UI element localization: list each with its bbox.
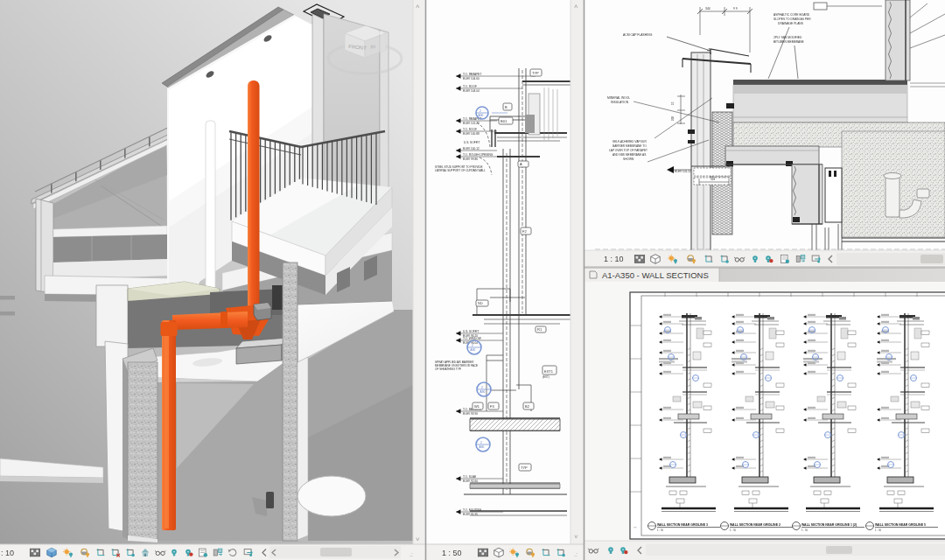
svg-text:˄: ˄ (574, 3, 578, 10)
svg-text:WALL SECTION NEAR GRIDLINE 3: WALL SECTION NEAR GRIDLINE 3 (657, 523, 708, 527)
svg-text:: 10: : 10 (1, 549, 14, 557)
svg-text:1 : 50: 1 : 50 (730, 528, 736, 532)
svg-text:B2: B2 (525, 404, 530, 409)
svg-text:T.O. FOOTING: T.O. FOOTING (463, 508, 482, 512)
svg-text:TYP: TYP (521, 466, 528, 470)
svg-text:U.S. SOFFIT: U.S. SOFFIT (463, 330, 479, 333)
svg-text:55: 55 (671, 102, 675, 105)
svg-text:F2: F2 (522, 229, 527, 234)
svg-text:SD: SD (478, 301, 483, 305)
svg-text:ELEV 101.22: ELEV 101.22 (463, 122, 480, 125)
svg-text:AND SBS MEMBRANE AS: AND SBS MEMBRANE AS (612, 153, 646, 157)
svg-text:DRAINAGE PLANS: DRAINAGE PLANS (778, 22, 804, 25)
svg-text:WALL SECTION NEAR GRIDLINE 2: WALL SECTION NEAR GRIDLINE 2 (730, 523, 780, 527)
svg-text:ELEV 101.22: ELEV 101.22 (675, 170, 691, 173)
svg-text:(EXT): (EXT) (542, 375, 550, 379)
svg-text:2: 2 (480, 441, 482, 444)
svg-text:ELEV 100.88: ELEV 100.88 (463, 132, 480, 136)
svg-text:F3: F3 (490, 404, 494, 409)
svg-text:U.S. SOFFIT: U.S. SOFFIT (464, 141, 480, 144)
svg-text:344: 344 (705, 7, 710, 10)
svg-text:WALL SECTION NEAR GRIDLINE 1 (: WALL SECTION NEAR GRIDLINE 1 (2) (802, 523, 857, 527)
svg-text:˅: ˅ (416, 536, 420, 543)
svg-text:1 : 10: 1 : 10 (604, 255, 624, 263)
svg-text:A90: A90 (471, 348, 476, 352)
svg-text:W1: W1 (474, 404, 480, 409)
svg-text:1 : 50: 1 : 50 (875, 528, 881, 532)
svg-text:BARRIER MEMBRANE TO: BARRIER MEMBRANE TO (612, 144, 647, 148)
svg-text:EXT1: EXT1 (544, 369, 554, 374)
svg-text:B01: B01 (500, 119, 508, 123)
svg-text:.:: .: (574, 551, 578, 557)
svg-text:2PLY SBS MODIFIED: 2PLY SBS MODIFIED (774, 36, 802, 39)
svg-text:OF SHEATHING TYP.: OF SHEATHING TYP. (435, 368, 461, 371)
svg-text:1 : 50: 1 : 50 (442, 549, 462, 557)
svg-text:T.O. ROOF: T.O. ROOF (463, 128, 477, 131)
svg-text:324: 324 (710, 178, 716, 181)
svg-text:ELEV 93.90: ELEV 93.90 (463, 412, 478, 416)
svg-text:ELEV 104.04: ELEV 104.04 (463, 89, 480, 93)
svg-text:TYP: TYP (532, 71, 539, 75)
svg-text:A90: A90 (480, 445, 485, 449)
svg-text:MINERAL WOOL: MINERAL WOOL (607, 96, 630, 100)
svg-text:WALL SECTION NEAR GRIDLINE 5: WALL SECTION NEAR GRIDLINE 5 (875, 523, 926, 527)
svg-text:2: 2 (481, 386, 483, 389)
svg-text:T.O. ROUGH OPENING: T.O. ROUGH OPENING (463, 153, 494, 157)
svg-text:1 : 50: 1 : 50 (802, 528, 808, 532)
svg-text:B: B (505, 105, 508, 109)
svg-text:˄: ˄ (416, 3, 420, 10)
svg-text:ACM CAP FLASHING: ACM CAP FLASHING (623, 33, 653, 37)
svg-text:A1-A350 - WALL SECTIONS: A1-A350 - WALL SECTIONS (602, 270, 709, 280)
svg-text:A90: A90 (480, 390, 486, 394)
svg-text:A90: A90 (479, 114, 484, 117)
svg-text:T.O. SLAB: T.O. SLAB (463, 475, 476, 479)
svg-text:ELEV 92.60: ELEV 92.60 (463, 480, 478, 483)
svg-text:R1: R1 (537, 327, 542, 332)
svg-text:T.O. ROOF: T.O. ROOF (463, 85, 477, 88)
svg-text:358: 358 (671, 116, 675, 121)
svg-text:9 9: 9 9 (733, 7, 738, 10)
svg-text:SLOPES TO DRAIN AS PER: SLOPES TO DRAIN AS PER (774, 18, 811, 21)
svg-text:SHOWN: SHOWN (623, 158, 634, 161)
svg-text:SELF-ADHERED VAPOUR: SELF-ADHERED VAPOUR (612, 140, 647, 144)
svg-text:˅: ˅ (574, 533, 578, 541)
svg-text:ELEV 100.12: ELEV 100.12 (463, 147, 480, 150)
svg-text:LATERAL SUPPORT OF CURTAIN WAL: LATERAL SUPPORT OF CURTAIN WALL (435, 169, 486, 172)
svg-text:ELEV 91.95: ELEV 91.95 (463, 513, 478, 516)
svg-text:T.O. PARAPET: T.O. PARAPET (463, 73, 481, 76)
svg-text:INSULATION: INSULATION (611, 101, 629, 104)
svg-text:LAP OVER TOP OF PARAPET: LAP OVER TOP OF PARAPET (609, 149, 648, 152)
svg-text:2: 2 (472, 344, 473, 347)
svg-text:.:: .: (410, 551, 413, 557)
svg-text:ELEV 99.86: ELEV 99.86 (463, 158, 478, 161)
svg-text:ELEV 104.60: ELEV 104.60 (463, 77, 480, 80)
svg-text:2: 2 (480, 109, 481, 113)
svg-text:ASPHALTIC CORE BOARD: ASPHALTIC CORE BOARD (774, 13, 810, 17)
svg-text:A: A (520, 162, 522, 166)
svg-text:T.O. WINDOW: T.O. WINDOW (463, 337, 481, 340)
svg-text:BITUMEN MEMBRANE: BITUMEN MEMBRANE (774, 40, 805, 44)
svg-text:1 : 50: 1 : 50 (657, 528, 663, 532)
